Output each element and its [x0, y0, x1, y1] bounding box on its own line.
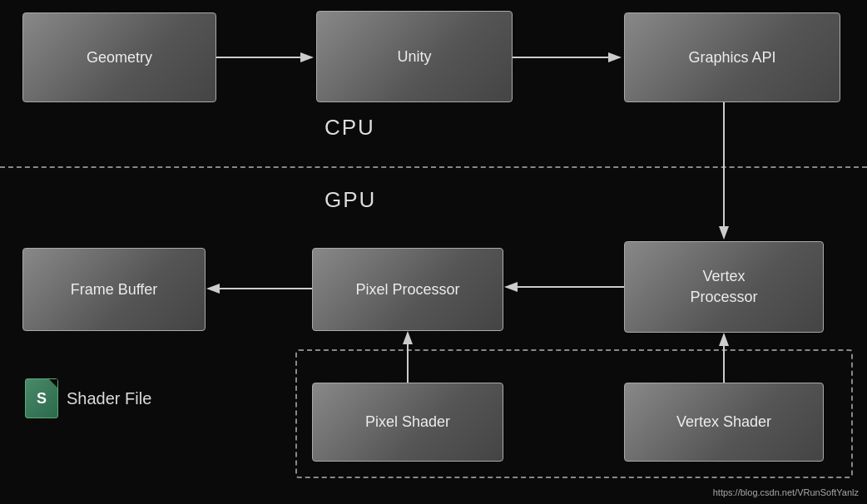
unity-label: Unity: [397, 48, 431, 66]
shader-icon-letter: S: [37, 390, 47, 408]
vertex-processor-line1: Vertex: [702, 266, 745, 287]
vertex-shader-box: Vertex Shader: [624, 383, 824, 462]
unity-box: Unity: [316, 11, 513, 102]
vertex-shader-label: Vertex Shader: [676, 413, 771, 431]
geometry-label: Geometry: [87, 49, 152, 67]
vertex-processor-line2: Processor: [690, 287, 757, 308]
cpu-label: CPU: [325, 115, 375, 141]
graphics-api-label: Graphics API: [688, 49, 775, 67]
shader-file-icon: S: [25, 378, 58, 418]
geometry-box: Geometry: [22, 12, 216, 102]
vertex-processor-box: Vertex Processor: [624, 241, 824, 333]
shader-file-label: Shader File: [67, 389, 151, 408]
pixel-processor-box: Pixel Processor: [312, 248, 503, 331]
cpu-gpu-divider: [0, 166, 867, 168]
shader-file-area: S Shader File: [25, 378, 151, 418]
pixel-shader-box: Pixel Shader: [312, 383, 503, 462]
pixel-processor-label: Pixel Processor: [355, 281, 459, 299]
pixel-shader-label: Pixel Shader: [365, 413, 450, 431]
gpu-label: GPU: [325, 187, 376, 213]
frame-buffer-box: Frame Buffer: [22, 248, 206, 331]
frame-buffer-label: Frame Buffer: [71, 281, 158, 299]
graphics-api-box: Graphics API: [624, 12, 840, 102]
diagram-container: CPU GPU Geometry Unity Graphics API Fram…: [0, 0, 867, 504]
watermark: https://blog.csdn.net/VRunSoftYanlz: [713, 487, 859, 497]
